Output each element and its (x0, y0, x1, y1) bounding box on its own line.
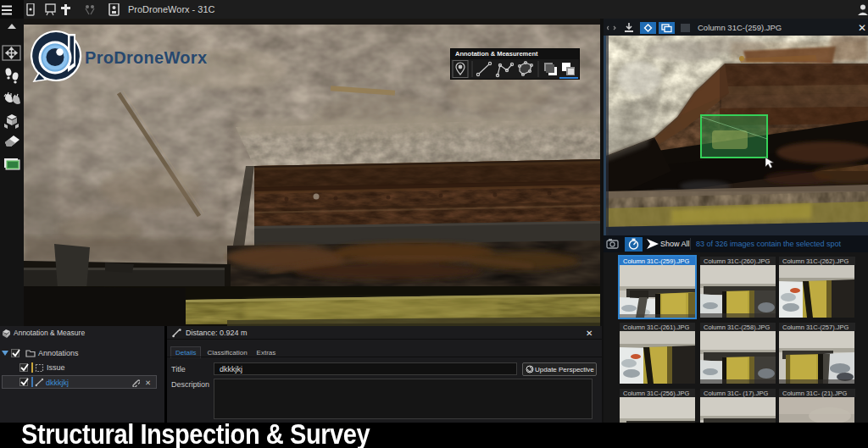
svg-text:Column 31C-(258).JPG: Column 31C-(258).JPG (704, 324, 771, 331)
svg-text:Column 31C-(259).JPG: Column 31C-(259).JPG (623, 257, 690, 265)
svg-text:ProDroneWorx: ProDroneWorx (85, 48, 207, 67)
svg-text:Column 31C-(257).JPG: Column 31C-(257).JPG (782, 324, 849, 331)
svg-text:Column 31C-(260).JPG: Column 31C-(260).JPG (704, 257, 771, 265)
svg-text:Column 31C-(261).JPG: Column 31C-(261).JPG (623, 324, 690, 331)
svg-text:Column 31C- (21).JPG: Column 31C- (21).JPG (782, 390, 847, 397)
svg-text:Column 31C- (17).JPG: Column 31C- (17).JPG (704, 390, 768, 397)
svg-text:Column 31C-(256).JPG: Column 31C-(256).JPG (623, 390, 690, 397)
svg-text:Column 31C-(262).JPG: Column 31C-(262).JPG (782, 257, 849, 265)
